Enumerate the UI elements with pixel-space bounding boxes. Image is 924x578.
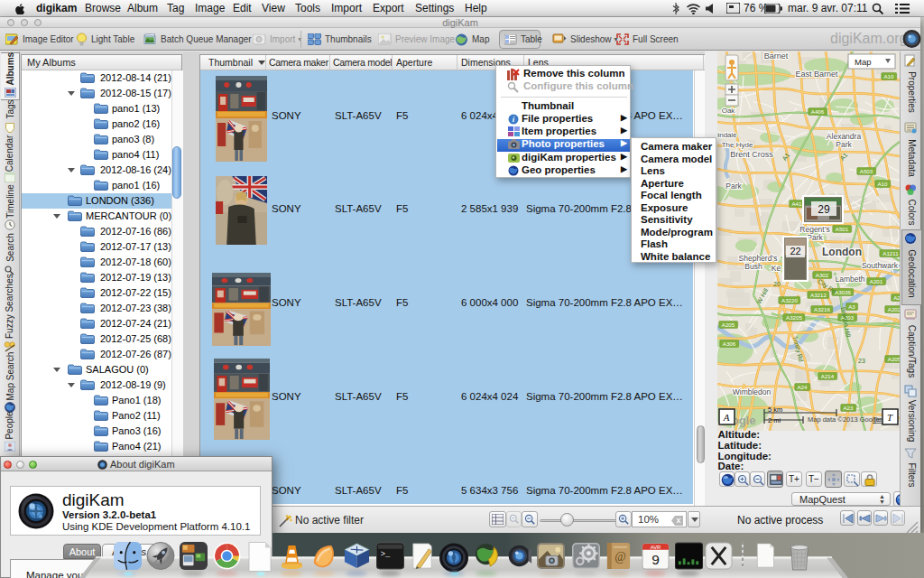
- svg-text:A10: A10: [877, 181, 888, 187]
- svg-text:>_: >_: [381, 550, 391, 559]
- svg-text:Bush: Bush: [744, 262, 762, 271]
- svg-text:2 mi: 2 mi: [768, 416, 781, 424]
- svg-text:A41: A41: [791, 200, 802, 207]
- svg-text:Park: Park: [725, 182, 742, 191]
- svg-text:A: A: [723, 412, 730, 423]
- svg-text:Barnet: Barnet: [764, 51, 789, 61]
- svg-text:A10: A10: [883, 73, 894, 79]
- svg-text:Lambeth: Lambeth: [835, 275, 864, 284]
- svg-text:Oak: Oak: [722, 107, 736, 115]
- svg-text:A3036: A3036: [835, 289, 851, 295]
- svg-text:A503: A503: [860, 168, 873, 174]
- svg-text:A205: A205: [722, 322, 735, 328]
- svg-text:22: 22: [790, 246, 800, 256]
- svg-text:T: T: [887, 412, 893, 423]
- svg-text:Park: Park: [836, 140, 852, 149]
- svg-text:@: @: [614, 550, 625, 564]
- svg-text:A2: A2: [893, 294, 900, 301]
- svg-text:A306: A306: [723, 340, 736, 347]
- svg-text:Wimbledon: Wimbledon: [733, 387, 772, 396]
- svg-text:29: 29: [818, 203, 830, 216]
- svg-text:A3212: A3212: [810, 292, 827, 298]
- svg-text:9: 9: [651, 552, 660, 567]
- svg-text:Southwark: Southwark: [862, 261, 899, 270]
- svg-text:A205: A205: [888, 356, 900, 362]
- svg-text:olindale: olindale: [717, 131, 737, 139]
- svg-text:A24: A24: [797, 384, 808, 390]
- svg-text:A201: A201: [870, 278, 883, 284]
- svg-text:A214: A214: [821, 373, 835, 379]
- svg-text:A302: A302: [816, 272, 829, 278]
- svg-text:A406: A406: [811, 108, 825, 115]
- svg-text:A3205: A3205: [786, 314, 802, 321]
- svg-text:5 km: 5 km: [768, 406, 782, 414]
- svg-text:East Barnet: East Barnet: [795, 70, 838, 79]
- svg-text:A3220: A3220: [781, 297, 798, 303]
- svg-text:Park: Park: [807, 233, 823, 242]
- svg-text:Ke: Ke: [772, 264, 781, 273]
- svg-text:A1211: A1211: [882, 250, 899, 256]
- svg-text:AVR: AVR: [651, 545, 661, 550]
- svg-text:London: London: [822, 246, 862, 258]
- svg-text:A3216: A3216: [814, 306, 830, 312]
- svg-text:The Hyde: The Hyde: [722, 141, 753, 149]
- svg-text:Brent Cross: Brent Cross: [730, 150, 773, 159]
- svg-text:A23: A23: [843, 405, 854, 411]
- svg-text:20: 20: [773, 281, 781, 287]
- svg-text:Map: Map: [855, 57, 871, 67]
- svg-text:A501: A501: [836, 226, 849, 232]
- svg-text:23: 23: [858, 358, 865, 364]
- svg-text:A3: A3: [848, 303, 855, 310]
- svg-text:A202: A202: [888, 306, 900, 312]
